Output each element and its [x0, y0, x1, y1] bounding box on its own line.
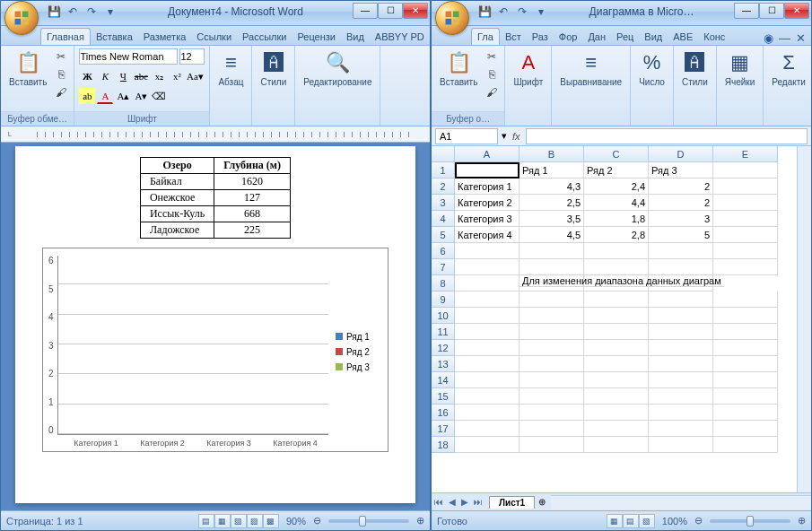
col-header-b[interactable]: B [520, 146, 584, 162]
editing-button[interactable]: 🔍Редактирование [300, 48, 375, 89]
vertical-scrollbar[interactable] [797, 146, 811, 492]
cut-icon[interactable]: ✂ [53, 48, 69, 65]
cell[interactable]: 3 [649, 211, 713, 227]
cell[interactable]: 4,4 [584, 195, 649, 211]
cell[interactable]: Категория 4 [455, 227, 520, 243]
qat-dropdown-icon[interactable]: ▾ [102, 4, 118, 20]
tab-abbyy[interactable]: ABBYY PD [370, 29, 430, 45]
cell[interactable] [649, 372, 713, 388]
shrink-font-button[interactable]: A▾ [133, 88, 149, 104]
cell[interactable] [584, 324, 649, 340]
cell[interactable]: Категория 1 [455, 178, 520, 195]
tab-data[interactable]: Дан [582, 29, 611, 45]
cell[interactable] [455, 340, 520, 356]
row-header[interactable]: 3 [432, 195, 455, 211]
cell[interactable] [455, 162, 520, 178]
cell[interactable]: Для изменения диапазона данных диаграм [520, 275, 724, 287]
cell[interactable] [520, 324, 584, 340]
row-header[interactable]: 17 [432, 421, 455, 437]
cell[interactable] [455, 275, 520, 292]
col-header-c[interactable]: C [584, 146, 649, 162]
row-header[interactable]: 6 [432, 243, 455, 259]
row-header[interactable]: 2 [432, 178, 455, 195]
tab-home[interactable]: Гла [471, 28, 500, 45]
sheet-nav[interactable]: ⏮◀▶⏭ [432, 497, 485, 507]
cell[interactable]: Ряд 2 [584, 162, 649, 178]
cell[interactable] [455, 292, 520, 308]
cell[interactable] [713, 405, 778, 421]
cell[interactable] [713, 292, 778, 308]
cell[interactable] [713, 211, 778, 227]
cell[interactable]: 2,4 [584, 178, 649, 195]
cell[interactable] [713, 340, 778, 356]
embedded-chart[interactable]: 0123456 Категория 1Категория 2Категория … [42, 248, 389, 452]
cell[interactable]: Ряд 3 [649, 162, 713, 178]
cell[interactable] [713, 388, 778, 405]
cell[interactable] [649, 340, 713, 356]
cell[interactable] [584, 308, 649, 324]
row-header[interactable]: 5 [432, 227, 455, 243]
zoom-slider[interactable] [710, 519, 790, 523]
row-header[interactable]: 1 [432, 162, 455, 178]
zoom-out-button[interactable]: ⊖ [313, 515, 321, 527]
cell[interactable] [520, 308, 584, 324]
highlight-button[interactable]: ab [79, 88, 95, 104]
fx-icon[interactable]: fx [512, 131, 520, 142]
row-header[interactable]: 11 [432, 324, 455, 340]
cell[interactable] [713, 162, 778, 178]
cell[interactable] [455, 421, 520, 437]
cell[interactable]: 5 [649, 227, 713, 243]
paste-button[interactable]: 📋 Вставить [5, 48, 50, 89]
cell[interactable] [584, 243, 649, 259]
cell[interactable] [649, 437, 713, 453]
col-header-e[interactable]: E [713, 146, 778, 162]
row-header[interactable]: 7 [432, 259, 455, 275]
cell[interactable] [649, 308, 713, 324]
close-button[interactable]: ✕ [403, 3, 428, 19]
cell[interactable] [584, 340, 649, 356]
row-header[interactable]: 15 [432, 388, 455, 405]
select-all-corner[interactable] [432, 146, 455, 162]
maximize-button[interactable]: ☐ [378, 3, 403, 19]
cell[interactable] [455, 388, 520, 405]
cell[interactable] [520, 421, 584, 437]
cell[interactable] [455, 243, 520, 259]
cell[interactable]: 2 [649, 195, 713, 211]
close-button[interactable]: ✕ [784, 3, 809, 19]
cell[interactable] [584, 292, 649, 308]
cell[interactable]: 2,8 [584, 227, 649, 243]
cell[interactable] [455, 372, 520, 388]
tab-insert[interactable]: Вст [500, 29, 527, 45]
superscript-button[interactable]: x² [169, 68, 185, 84]
mdi-min-icon[interactable]: — [779, 31, 790, 45]
zoom-in-button[interactable]: ⊕ [416, 515, 424, 527]
subscript-button[interactable]: x₂ [151, 68, 167, 84]
cell[interactable]: 1,8 [584, 211, 649, 227]
tab-abbyy[interactable]: ABE [668, 29, 698, 45]
clear-format-button[interactable]: ⌫ [151, 88, 167, 104]
help-icon[interactable]: ◉ [764, 31, 773, 45]
cell[interactable] [455, 405, 520, 421]
cell[interactable] [455, 324, 520, 340]
tab-view[interactable]: Вид [341, 29, 370, 45]
tab-insert[interactable]: Вставка [91, 29, 138, 45]
cell[interactable] [584, 372, 649, 388]
cell[interactable]: Ряд 1 [520, 162, 584, 178]
cell[interactable] [713, 356, 778, 372]
new-sheet-icon[interactable]: ⊕ [538, 497, 546, 507]
cell[interactable] [649, 324, 713, 340]
paragraph-button[interactable]: ≡Абзац [214, 48, 247, 89]
cell[interactable] [520, 243, 584, 259]
save-icon[interactable]: 💾 [476, 4, 493, 20]
document-page[interactable]: ОзероГлубина (м) Байкал1620 Онежское127 … [15, 146, 415, 503]
cell[interactable] [520, 356, 584, 372]
cell[interactable] [584, 421, 649, 437]
cell[interactable]: 2 [649, 178, 713, 195]
row-header[interactable]: 12 [432, 340, 455, 356]
formula-input[interactable] [526, 128, 808, 144]
qat-dropdown-icon[interactable]: ▾ [533, 4, 549, 20]
cell[interactable] [713, 308, 778, 324]
font-button[interactable]: AШрифт [510, 48, 546, 89]
redo-icon[interactable]: ↷ [514, 4, 530, 20]
align-button[interactable]: ≡Выравнивание [556, 48, 625, 89]
